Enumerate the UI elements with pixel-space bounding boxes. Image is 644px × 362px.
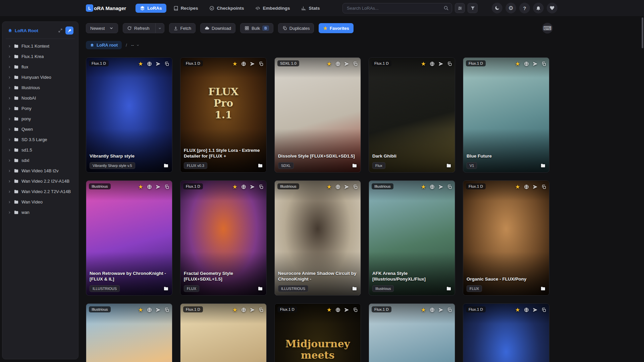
send-icon[interactable] bbox=[344, 307, 349, 312]
globe-icon[interactable] bbox=[335, 307, 340, 312]
send-icon[interactable] bbox=[533, 307, 538, 312]
duplicates-button[interactable]: Duplicates bbox=[278, 23, 314, 33]
copy-icon[interactable] bbox=[164, 307, 169, 312]
favorite-star-icon[interactable]: ★ bbox=[421, 307, 426, 313]
copy-icon[interactable] bbox=[541, 61, 546, 66]
copy-icon[interactable] bbox=[353, 307, 358, 312]
lora-card[interactable]: Illustrious ★ Neon Retrowave by ChronoKn… bbox=[86, 180, 172, 296]
globe-icon[interactable] bbox=[241, 184, 246, 189]
globe-icon[interactable] bbox=[241, 61, 246, 66]
copy-icon[interactable] bbox=[164, 184, 169, 189]
globe-icon[interactable] bbox=[430, 61, 435, 66]
lora-card[interactable]: Flux.1 D ★ Fractal Geometry Style [FLUX+… bbox=[180, 180, 267, 296]
nav-item-checkpoints[interactable]: Checkpoints bbox=[205, 4, 248, 13]
breadcrumb-folder-select[interactable]: -- bbox=[131, 43, 140, 48]
refresh-menu-button[interactable] bbox=[155, 23, 164, 33]
lora-card[interactable]: Flux.1 D ★ Blue Future V1 bbox=[463, 57, 549, 173]
globe-icon[interactable] bbox=[524, 307, 529, 312]
favorite-star-icon[interactable]: ★ bbox=[232, 307, 237, 313]
send-icon[interactable] bbox=[533, 61, 538, 66]
settings-button[interactable]: ⚙ bbox=[505, 3, 516, 13]
globe-icon[interactable] bbox=[147, 184, 152, 189]
sidebar-folder-item[interactable]: Flux.1 Krea bbox=[6, 51, 75, 62]
copy-icon[interactable] bbox=[541, 307, 546, 312]
refresh-button[interactable]: Refresh bbox=[123, 23, 153, 33]
lora-card[interactable]: Flux.1 D ★ bbox=[369, 303, 455, 362]
send-icon[interactable] bbox=[438, 307, 443, 312]
sidebar-folder-item[interactable]: Illustrious bbox=[6, 82, 75, 93]
send-icon[interactable] bbox=[250, 184, 255, 189]
globe-icon[interactable] bbox=[335, 184, 340, 189]
copy-icon[interactable] bbox=[259, 61, 264, 66]
sidebar-folder-item[interactable]: flux bbox=[6, 62, 75, 72]
sidebar-folder-item[interactable]: Flux.1 Kontext bbox=[6, 41, 75, 51]
globe-icon[interactable] bbox=[147, 61, 152, 66]
lora-card[interactable]: Flux.1 D ★ bbox=[463, 303, 549, 362]
nav-item-stats[interactable]: Stats bbox=[297, 4, 324, 13]
send-icon[interactable] bbox=[438, 184, 443, 189]
lora-card[interactable]: Illustrious ★ bbox=[86, 303, 172, 362]
copy-icon[interactable] bbox=[447, 184, 452, 189]
sidebar-folder-item[interactable]: Hunyuan Video bbox=[6, 72, 75, 82]
folder-icon[interactable] bbox=[446, 286, 451, 291]
favorite-star-icon[interactable]: ★ bbox=[421, 184, 426, 190]
favorite-star-icon[interactable]: ★ bbox=[232, 61, 237, 67]
pin-sidebar-button[interactable] bbox=[65, 26, 73, 35]
sort-select[interactable]: Newest bbox=[86, 23, 118, 33]
fetch-button[interactable]: Fetch bbox=[169, 23, 196, 33]
sidebar-root-item[interactable]: LoRA Root bbox=[8, 28, 55, 33]
bulk-button[interactable]: Bulk B bbox=[240, 23, 273, 33]
send-icon[interactable] bbox=[156, 307, 161, 312]
nav-item-embeddings[interactable]: Embeddings bbox=[251, 4, 294, 13]
lora-card[interactable]: Illustrious ★ AFK Arena Style [Illustrio… bbox=[369, 180, 455, 296]
folder-icon[interactable] bbox=[163, 163, 169, 168]
lora-card[interactable]: FLUX Pro 1.1 Flux.1 D ★ FLUX [pro] 1.1 S… bbox=[180, 57, 267, 173]
globe-icon[interactable] bbox=[524, 61, 529, 66]
search-icon[interactable] bbox=[443, 5, 449, 11]
lora-card[interactable]: Flux.1 D ★ bbox=[180, 303, 267, 362]
sidebar-folder-item[interactable]: pony bbox=[6, 114, 75, 124]
search-options-button[interactable] bbox=[455, 3, 465, 13]
folder-icon[interactable] bbox=[540, 163, 546, 168]
lora-card[interactable]: Flux.1 D ★ Dark Ghibli Flux bbox=[369, 57, 455, 173]
help-button[interactable]: ? bbox=[519, 3, 530, 13]
send-icon[interactable] bbox=[250, 61, 255, 66]
favorite-star-icon[interactable]: ★ bbox=[515, 61, 520, 67]
globe-icon[interactable] bbox=[335, 61, 340, 66]
lora-card[interactable]: Flux.1 D ★ Vibrantly Sharp style Vibrant… bbox=[86, 57, 172, 173]
filter-button[interactable] bbox=[468, 3, 478, 13]
app-logo[interactable]: L oRA Manager bbox=[86, 4, 126, 12]
folder-icon[interactable] bbox=[258, 286, 263, 291]
likes-button[interactable] bbox=[547, 3, 557, 13]
search-input[interactable] bbox=[342, 3, 452, 13]
nav-item-recipes[interactable]: Recipes bbox=[169, 4, 203, 13]
send-icon[interactable] bbox=[344, 184, 349, 189]
sidebar-folder-item[interactable]: NoobAI bbox=[6, 93, 75, 103]
nav-item-loras[interactable]: LoRAs bbox=[136, 4, 166, 13]
favorite-star-icon[interactable]: ★ bbox=[327, 61, 332, 67]
globe-icon[interactable] bbox=[430, 307, 435, 312]
sidebar-folder-item[interactable]: SD 3.5 Large bbox=[6, 134, 75, 145]
sidebar-folder-item[interactable]: sd1.5 bbox=[6, 145, 75, 155]
keyboard-shortcuts-button[interactable]: ⌨ bbox=[542, 23, 553, 34]
send-icon[interactable] bbox=[156, 61, 161, 66]
copy-icon[interactable] bbox=[541, 184, 546, 189]
folder-icon[interactable] bbox=[352, 286, 357, 291]
copy-icon[interactable] bbox=[164, 61, 169, 66]
favorite-star-icon[interactable]: ★ bbox=[138, 307, 143, 313]
copy-icon[interactable] bbox=[353, 61, 358, 66]
scrollbar-thumb[interactable] bbox=[642, 17, 643, 48]
sidebar-folder-item[interactable]: Wan Video 2.2 T2V-A14B bbox=[6, 186, 75, 197]
copy-icon[interactable] bbox=[447, 307, 452, 312]
copy-icon[interactable] bbox=[259, 184, 264, 189]
favorite-star-icon[interactable]: ★ bbox=[138, 184, 143, 190]
sidebar-folder-item[interactable]: Qwen bbox=[6, 124, 75, 134]
send-icon[interactable] bbox=[250, 307, 255, 312]
copy-icon[interactable] bbox=[259, 307, 264, 312]
send-icon[interactable] bbox=[156, 184, 161, 189]
sidebar-folder-item[interactable]: Wan Video 2.2 I2V-A14B bbox=[6, 176, 75, 186]
breadcrumb-root[interactable]: LoRA root bbox=[86, 41, 122, 49]
send-icon[interactable] bbox=[344, 61, 349, 66]
favorite-star-icon[interactable]: ★ bbox=[515, 307, 520, 313]
globe-icon[interactable] bbox=[147, 307, 152, 312]
